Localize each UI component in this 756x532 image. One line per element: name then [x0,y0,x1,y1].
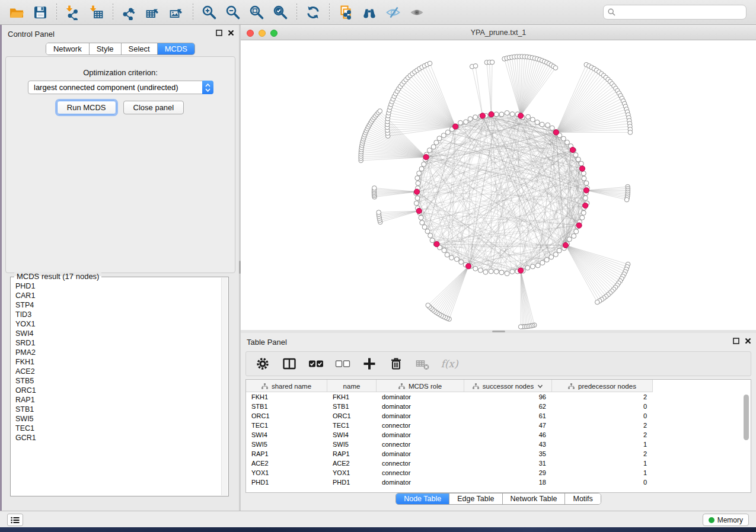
network-node[interactable] [505,271,509,276]
table-row[interactable]: ORC1ORC1dominator610 [246,411,751,421]
zoom-in-button[interactable] [197,2,221,23]
tab-node-table[interactable]: Node Table [396,493,449,504]
network-node[interactable] [567,237,572,242]
mcds-result-item[interactable]: SWI4 [15,329,221,338]
mcds-result-item[interactable]: TID3 [15,310,221,319]
network-node[interactable] [579,161,583,166]
select-all-button[interactable] [308,355,324,372]
mcds-node[interactable] [434,242,439,247]
export-network-button[interactable] [117,2,141,23]
network-node[interactable] [494,270,499,274]
tab-select[interactable]: Select [121,43,157,55]
mcds-result-item[interactable]: GCR1 [15,433,221,443]
network-graph[interactable] [241,40,756,330]
network-node[interactable] [428,233,433,238]
refresh-button[interactable] [301,2,325,23]
mcds-node[interactable] [579,166,585,171]
network-node[interactable] [442,248,446,253]
settings-button[interactable] [254,355,271,372]
mcds-node[interactable] [414,189,419,194]
tab-network-table[interactable]: Network Table [502,493,565,504]
network-node[interactable] [454,257,459,262]
network-node[interactable] [565,140,570,145]
network-node[interactable] [553,252,558,257]
network-node[interactable] [525,265,530,270]
deselect-all-button[interactable] [334,355,351,372]
leaf-node[interactable] [628,130,633,135]
network-node[interactable] [494,112,499,117]
network-node[interactable] [576,157,580,162]
mcds-result-item[interactable]: STB5 [15,376,221,386]
network-node[interactable] [445,252,449,257]
network-node[interactable] [549,255,554,259]
network-node[interactable] [573,153,578,158]
import-network-button[interactable] [61,2,85,23]
network-node[interactable] [473,115,478,120]
network-node[interactable] [540,261,545,265]
mcds-result-item[interactable]: ORC1 [15,386,221,395]
mcds-node[interactable] [466,264,471,269]
mcds-node[interactable] [583,203,588,208]
split-columns-button[interactable] [281,355,298,372]
close-panel-icon[interactable] [745,338,751,344]
result-scrollbar-track[interactable] [221,278,228,495]
mcds-node[interactable] [576,223,582,228]
network-node[interactable] [580,215,585,220]
network-node[interactable] [468,117,473,121]
close-panel-button[interactable]: Close panel [123,101,184,114]
network-node[interactable] [530,264,535,269]
network-node[interactable] [419,215,423,220]
network-node[interactable] [449,255,454,260]
hide-items-button[interactable] [381,2,405,23]
zoom-selected-button[interactable] [269,2,292,23]
table-scrollbar-thumb[interactable] [744,395,749,440]
binoculars-button[interactable] [358,2,381,23]
network-node[interactable] [441,133,446,138]
network-node[interactable] [434,140,439,145]
network-node[interactable] [510,112,515,117]
table-row[interactable]: STB1STB1dominator620 [246,402,751,411]
column-header-predecessor-nodes[interactable]: predecessor nodes [552,380,653,392]
network-node[interactable] [535,263,540,268]
network-node[interactable] [550,126,554,130]
network-node[interactable] [458,120,462,125]
leaf-node[interactable] [377,210,381,215]
network-node[interactable] [526,114,531,119]
leaf-node[interactable] [518,325,523,329]
network-node[interactable] [530,117,535,122]
network-node[interactable] [414,201,419,206]
table-row[interactable]: YOX1YOX1connector291 [246,468,751,477]
mcds-result-item[interactable]: SRD1 [15,338,221,348]
network-node[interactable] [546,123,550,127]
mcds-node[interactable] [518,268,524,273]
network-node[interactable] [572,233,576,238]
mcds-result-item[interactable]: PHD1 [15,281,221,291]
network-node[interactable] [473,266,478,271]
leaf-node[interactable] [372,186,377,191]
float-panel-icon[interactable] [733,338,739,344]
column-header-name[interactable]: name [327,380,377,392]
network-window-titlebar[interactable]: YPA_prune.txt_1 [241,26,756,40]
network-node[interactable] [420,220,425,225]
network-node[interactable] [584,181,589,185]
show-items-button[interactable] [405,2,429,23]
leaf-node[interactable] [624,197,629,202]
network-view[interactable] [241,40,756,330]
mcds-node[interactable] [563,242,568,248]
mcds-result-item[interactable]: PMA2 [15,348,221,357]
search-input[interactable] [615,8,742,17]
network-node[interactable] [459,259,464,264]
mcds-node[interactable] [518,113,524,118]
run-mcds-button[interactable]: Run MCDS [57,101,116,114]
mcds-result-item[interactable]: RAP1 [15,395,221,405]
mcds-result-item[interactable]: TEC1 [15,424,221,433]
table-row[interactable]: FKH1FKH1dominator962 [246,392,751,402]
leaf-node[interactable] [490,60,495,65]
leaf-node[interactable] [553,66,558,70]
network-node[interactable] [478,268,483,273]
mcds-result-item[interactable]: ACE2 [15,367,221,376]
export-image-button[interactable] [165,2,189,23]
network-node[interactable] [583,196,588,200]
mcds-result-item[interactable]: STB1 [15,405,221,414]
task-history-button[interactable] [7,514,23,526]
